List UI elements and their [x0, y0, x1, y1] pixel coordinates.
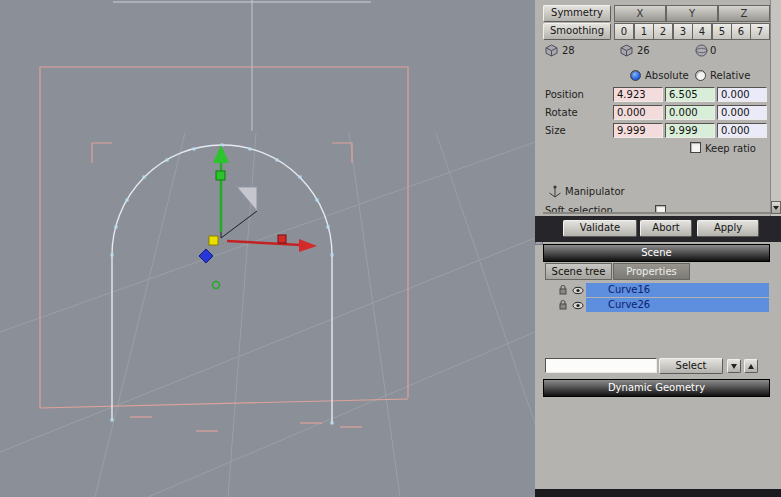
size-x-field[interactable]: 9.999 — [613, 123, 663, 138]
visibility-eye-icon[interactable] — [572, 301, 584, 312]
smoothing-button[interactable]: Smoothing — [543, 23, 611, 40]
rotate-z-field[interactable]: 0.000 — [717, 105, 767, 120]
scene-panel-title: Scene — [641, 247, 672, 258]
smoothing-level-1-button[interactable]: 1 — [634, 23, 654, 40]
viewport-background — [0, 0, 535, 497]
position-y-field[interactable]: 6.505 — [665, 87, 715, 102]
down-arrow-icon — [773, 206, 779, 210]
edge-count-value: 26 — [637, 45, 650, 56]
select-down-button[interactable] — [727, 359, 741, 373]
absolute-radio-label[interactable]: Absolute — [645, 70, 689, 81]
validate-button[interactable]: Validate — [563, 220, 637, 237]
vertex-count-value: 28 — [562, 45, 575, 56]
manipulator-icon — [548, 184, 562, 200]
axis-column-x-button[interactable]: X — [614, 5, 666, 22]
keep-ratio-label[interactable]: Keep ratio — [705, 143, 756, 154]
viewport-3d[interactable] — [0, 0, 535, 497]
visibility-eye-icon[interactable] — [572, 286, 584, 297]
edge-count-icon — [620, 44, 633, 59]
apply-button[interactable]: Apply — [697, 220, 759, 237]
symmetry-button[interactable]: Symmetry — [543, 5, 611, 22]
smoothing-level-4-button[interactable]: 4 — [692, 23, 712, 40]
relative-radio-label[interactable]: Relative — [710, 70, 750, 81]
axis-column-z-button[interactable]: Z — [718, 5, 770, 22]
vertex-count-icon — [545, 44, 558, 59]
position-row-label: Position — [545, 89, 584, 100]
properties-scrollbar[interactable] — [770, 0, 781, 216]
application-window: Symmetry X Y Z Smoothing 0 1 2 3 4 5 6 7… — [0, 0, 781, 497]
rotate-y-field[interactable]: 0.000 — [665, 105, 715, 120]
size-row-label: Size — [545, 125, 566, 136]
scene-item-label[interactable]: Curve26 — [586, 298, 769, 312]
rotate-x-field[interactable]: 0.000 — [613, 105, 663, 120]
axis-column-y-button[interactable]: Y — [666, 5, 718, 22]
soft-selection-checkbox[interactable] — [655, 205, 666, 214]
absolute-radio[interactable] — [630, 70, 641, 81]
scene-tree-list[interactable]: Curve16 Curve26 — [543, 281, 770, 357]
smoothing-level-2-button[interactable]: 2 — [653, 23, 673, 40]
smoothing-level-3-button[interactable]: 3 — [673, 23, 693, 40]
scroll-down-button[interactable] — [771, 201, 781, 214]
scene-panel-header[interactable]: Scene — [543, 244, 770, 262]
size-z-field[interactable]: 0.000 — [717, 123, 767, 138]
properties-panel: Symmetry X Y Z Smoothing 0 1 2 3 4 5 6 7… — [535, 0, 781, 497]
up-arrow-icon — [748, 364, 754, 369]
scene-tree-item[interactable]: Curve16 — [543, 283, 770, 298]
panel-edge-strip — [535, 0, 543, 497]
size-y-field[interactable]: 9.999 — [665, 123, 715, 138]
dynamic-geometry-panel-header[interactable]: Dynamic Geometry — [543, 379, 770, 397]
down-arrow-icon — [731, 364, 737, 369]
abort-button[interactable]: Abort — [640, 220, 692, 237]
face-count-icon — [695, 44, 708, 59]
select-button[interactable]: Select — [659, 358, 723, 374]
position-z-field[interactable]: 0.000 — [717, 87, 767, 102]
smoothing-level-6-button[interactable]: 6 — [731, 23, 751, 40]
lock-icon[interactable] — [558, 299, 568, 312]
rotate-row-label: Rotate — [545, 107, 578, 118]
smoothing-level-5-button[interactable]: 5 — [712, 23, 732, 40]
tool-action-strip: Validate Abort Apply — [535, 216, 781, 242]
face-count-value: 0 — [710, 45, 716, 56]
dynamic-geometry-title: Dynamic Geometry — [608, 382, 705, 393]
select-up-button[interactable] — [744, 359, 758, 373]
relative-radio[interactable] — [695, 70, 706, 81]
scene-filter-input[interactable] — [545, 358, 657, 373]
transform-properties-section: Symmetry X Y Z Smoothing 0 1 2 3 4 5 6 7… — [543, 0, 770, 214]
scene-tree-item[interactable]: Curve26 — [543, 298, 770, 313]
smoothing-level-7-button[interactable]: 7 — [750, 23, 770, 40]
keep-ratio-checkbox[interactable] — [690, 142, 701, 153]
scene-item-label[interactable]: Curve16 — [586, 283, 769, 297]
tab-properties[interactable]: Properties — [613, 263, 690, 280]
position-x-field[interactable]: 4.923 — [613, 87, 663, 102]
manipulator-label[interactable]: Manipulator — [565, 186, 625, 197]
panel-bottom-bar — [535, 489, 781, 497]
viewport-canvas[interactable] — [0, 0, 535, 497]
smoothing-level-0-button[interactable]: 0 — [614, 23, 634, 40]
soft-selection-label[interactable]: Soft selection — [545, 205, 613, 214]
gizmo-center-handle[interactable] — [209, 236, 218, 245]
tab-scene-tree[interactable]: Scene tree — [545, 263, 612, 280]
lock-icon[interactable] — [558, 284, 568, 297]
